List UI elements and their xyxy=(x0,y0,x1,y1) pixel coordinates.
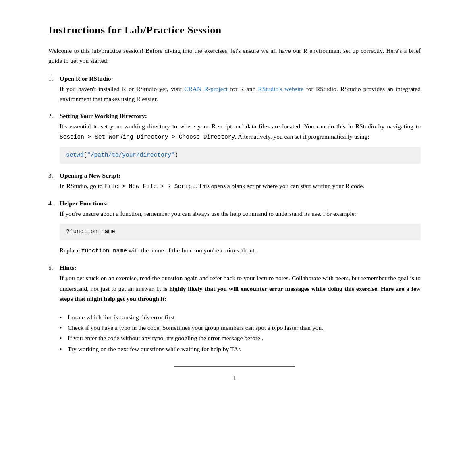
list-item-2: 2. Setting Your Working Directory: It's … xyxy=(48,112,421,164)
list-item-5: 5. Hints: If you get stuck on an exercis… xyxy=(48,264,421,304)
item-4-number: 4. xyxy=(48,200,58,207)
item-4-heading: Helper Functions: xyxy=(60,200,108,207)
item-5-body: If you get stuck on an exercise, read th… xyxy=(48,273,421,304)
list-item-4: 4. Helper Functions: If you're unsure ab… xyxy=(48,200,421,256)
cran-link[interactable]: CRAN R-project xyxy=(184,85,228,92)
page-container: Instructions for Lab/Practice Session We… xyxy=(0,0,469,476)
page-title: Instructions for Lab/Practice Session xyxy=(48,24,421,36)
item-1-heading: Open R or RStudio: xyxy=(60,75,113,82)
item-3-number: 3. xyxy=(48,172,58,179)
item-2-number: 2. xyxy=(48,112,58,120)
item-3-text-after: . This opens a blank script where you ca… xyxy=(195,182,364,189)
bullet-item-4: Try working on the next few questions wh… xyxy=(60,344,421,354)
code-function-setwd: setwd xyxy=(66,152,84,158)
item-1-text-mid: for R and xyxy=(228,85,258,92)
item-1-number: 1. xyxy=(48,75,58,82)
list-item-3: 3. Opening a New Script: In RStudio, go … xyxy=(48,172,421,192)
page-divider xyxy=(174,366,295,367)
item-1-text-before: If you haven't installed R or RStudio ye… xyxy=(60,85,184,92)
item-2-body: It's essential to set your working direc… xyxy=(48,121,421,142)
item-2-code-block: setwd("/path/to/your/directory") xyxy=(60,147,421,164)
bullet-item-1: Locate which line is causing this error … xyxy=(60,312,421,323)
rstudio-link[interactable]: RStudio's website xyxy=(258,85,303,92)
item-2-text-after: . Alternatively, you can set it programm… xyxy=(235,133,369,140)
item-2-text-before: It's essential to set your working direc… xyxy=(60,123,421,130)
bullet-item-2: Check if you have a typo in the code. So… xyxy=(60,323,421,333)
bullet-item-3: If you enter the code without any typo, … xyxy=(60,333,421,344)
item-3-text-before: In RStudio, go to xyxy=(60,182,104,189)
code-string-path: "/path/to/your/directory" xyxy=(87,152,175,158)
code-paren-open: ( xyxy=(84,152,87,158)
item-4-body: If you're unsure about a function, remem… xyxy=(48,209,421,219)
item-4-post-after: with the name of the function you're cur… xyxy=(127,247,256,254)
page-number: 1 xyxy=(48,375,421,382)
intro-paragraph: Welcome to this lab/practice session! Be… xyxy=(48,46,421,66)
list-item-1: 1. Open R or RStudio: If you haven't ins… xyxy=(48,75,421,104)
item-4-post-code: Replace function_name with the name of t… xyxy=(48,245,421,256)
item-5-number: 5. xyxy=(48,264,58,271)
item-3-inline-code: File > New File > R Script xyxy=(104,183,195,190)
bullet-list: Locate which line is causing this error … xyxy=(48,312,421,354)
item-4-post-inline: function_name xyxy=(81,248,127,254)
item-3-body: In RStudio, go to File > New File > R Sc… xyxy=(48,181,421,192)
item-2-heading: Setting Your Working Directory: xyxy=(60,112,147,120)
item-4-post-before: Replace xyxy=(60,247,81,254)
item-5-heading: Hints: xyxy=(60,264,76,271)
code-paren-close: ) xyxy=(175,152,178,158)
item-3-heading: Opening a New Script: xyxy=(60,172,120,179)
item-1-body: If you haven't installed R or RStudio ye… xyxy=(48,84,421,104)
item-4-code-block: ?function_name xyxy=(60,224,421,240)
item-2-inline-code-1: Session > Set Working Directory > Choose… xyxy=(60,134,235,140)
code-help-command: ?function_name xyxy=(66,228,115,235)
